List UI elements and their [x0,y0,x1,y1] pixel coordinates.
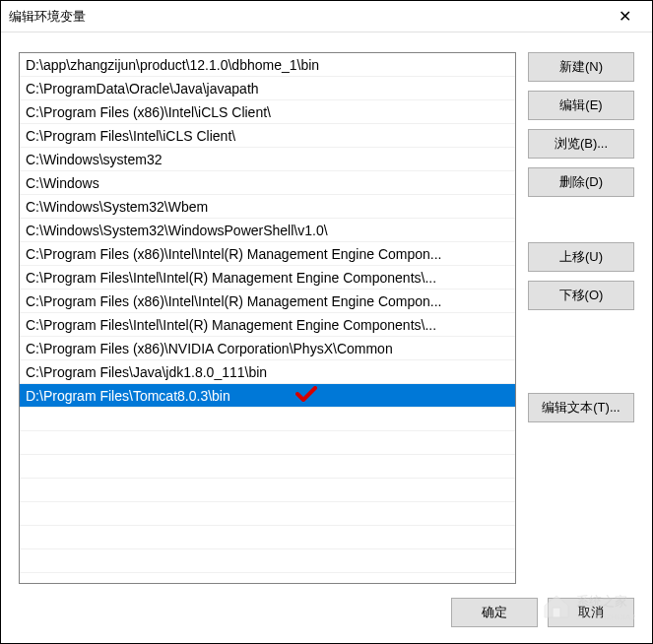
list-item[interactable]: C:\Program Files (x86)\NVIDIA Corporatio… [20,337,515,360]
move-up-button[interactable]: 上移(U) [528,242,634,272]
list-item[interactable]: C:\Program Files\Intel\iCLS Client\ [20,124,515,148]
list-item-empty[interactable] [20,408,515,431]
list-item[interactable]: C:\Program Files\Intel\Intel(R) Manageme… [20,266,515,290]
buttons-column: 新建(N) 编辑(E) 浏览(B)... 删除(D) 上移(U) 下移(O) 编… [528,52,634,584]
list-item-empty[interactable] [20,526,515,549]
new-button[interactable]: 新建(N) [528,52,634,82]
list-item-empty[interactable] [20,479,515,502]
list-item-empty[interactable] [20,455,515,479]
list-item-empty[interactable] [20,549,515,573]
list-item[interactable]: C:\Windows\System32\WindowsPowerShell\v1… [20,219,515,242]
list-item[interactable]: D:\Program Files\Tomcat8.0.3\bin [20,384,515,408]
path-list[interactable]: D:\app\zhangzijun\product\12.1.0\dbhome_… [19,52,516,584]
footer: 确定 取消 [1,594,652,637]
close-icon: ✕ [619,7,631,26]
list-item[interactable]: C:\Windows [20,171,515,195]
list-item-empty[interactable] [20,502,515,526]
browse-button[interactable]: 浏览(B)... [528,129,634,159]
list-item[interactable]: C:\Program Files (x86)\Intel\Intel(R) Ma… [20,290,515,313]
list-item[interactable]: C:\ProgramData\Oracle\Java\javapath [20,77,515,100]
cancel-button[interactable]: 取消 [548,598,634,627]
list-item[interactable]: C:\Program Files (x86)\Intel\Intel(R) Ma… [20,242,515,266]
list-item[interactable]: C:\Windows\System32\Wbem [20,195,515,219]
list-item[interactable]: C:\Program Files\Java\jdk1.8.0_111\bin [20,360,515,384]
titlebar: 编辑环境变量 ✕ [1,1,652,32]
checkmark-icon [295,386,315,404]
edit-text-button[interactable]: 编辑文本(T)... [528,393,634,422]
list-item-empty[interactable] [20,431,515,455]
content-area: D:\app\zhangzijun\product\12.1.0\dbhome_… [1,32,652,594]
list-item[interactable]: C:\Program Files (x86)\Intel\iCLS Client… [20,100,515,124]
move-down-button[interactable]: 下移(O) [528,281,634,310]
list-item[interactable]: D:\app\zhangzijun\product\12.1.0\dbhome_… [20,53,515,77]
list-item[interactable]: C:\Windows\system32 [20,148,515,171]
window-title: 编辑环境变量 [9,8,605,26]
list-item[interactable]: C:\Program Files\Intel\Intel(R) Manageme… [20,313,515,337]
delete-button[interactable]: 删除(D) [528,167,634,197]
ok-button[interactable]: 确定 [451,598,538,627]
edit-button[interactable]: 编辑(E) [528,91,634,120]
close-button[interactable]: ✕ [605,3,644,31]
